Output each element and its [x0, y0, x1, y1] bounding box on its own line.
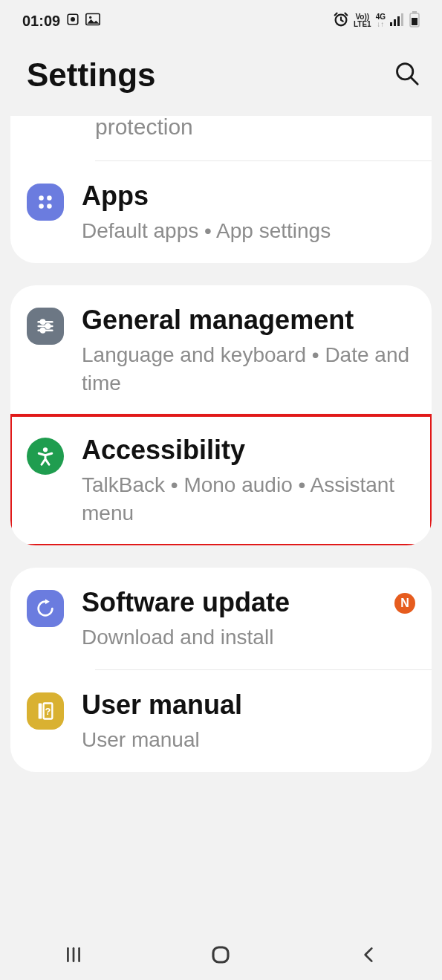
home-icon	[209, 944, 232, 966]
svg-rect-31	[213, 947, 228, 962]
svg-point-15	[47, 195, 51, 201]
item-title: Apps	[82, 179, 415, 212]
battery-icon	[409, 11, 420, 31]
row-content: Accessibility TalkBack • Mono audio • As…	[82, 433, 415, 528]
notification-badge: N	[394, 593, 415, 614]
svg-rect-6	[394, 19, 396, 26]
recents-icon	[64, 945, 83, 964]
clock-small-icon	[66, 13, 79, 30]
volte-indicator: Vo)) LTE1	[354, 13, 371, 28]
svg-point-21	[46, 324, 50, 328]
svg-point-1	[71, 17, 75, 22]
settings-item-accessibility[interactable]: Accessibility TalkBack • Mono audio • As…	[10, 415, 432, 545]
back-icon	[359, 945, 378, 964]
row-content: Software update Download and install	[82, 585, 394, 652]
svg-point-17	[47, 204, 51, 209]
item-subtitle: TalkBack • Mono audio • Assistant menu	[82, 471, 415, 528]
home-button[interactable]	[198, 940, 243, 970]
status-right: Vo)) LTE1 4G ↓↑	[333, 11, 420, 31]
svg-rect-8	[401, 13, 403, 26]
recents-button[interactable]	[51, 940, 96, 970]
svg-point-12	[397, 64, 413, 79]
settings-item-apps[interactable]: Apps Default apps • App settings	[10, 161, 432, 263]
navigation-bar	[0, 929, 442, 980]
item-subtitle: User manual	[82, 726, 415, 754]
svg-point-19	[41, 319, 45, 323]
alarm-icon	[333, 11, 349, 31]
page-title: Settings	[27, 56, 156, 94]
item-subtitle: Download and install	[82, 623, 394, 652]
svg-point-24	[43, 448, 48, 452]
settings-card-3: Software update Download and install N ?…	[10, 568, 432, 772]
svg-point-23	[41, 328, 45, 332]
item-subtitle: Language and keyboard • Date and time	[82, 341, 415, 397]
accessibility-icon	[27, 438, 64, 475]
settings-item-software-update[interactable]: Software update Download and install N	[10, 568, 432, 669]
back-button[interactable]	[346, 940, 391, 970]
svg-rect-25	[39, 703, 42, 718]
svg-line-13	[412, 78, 418, 85]
svg-point-14	[39, 195, 44, 201]
item-title: User manual	[82, 688, 415, 721]
settings-card-2: General management Language and keyboard…	[10, 285, 432, 545]
row-content: General management Language and keyboard…	[82, 303, 415, 397]
update-icon	[27, 590, 64, 627]
status-bar: 01:09 Vo)) LTE1 4G ↓↑	[0, 0, 442, 34]
settings-item-user-manual[interactable]: ? User manual User manual	[10, 670, 432, 772]
svg-rect-11	[412, 18, 417, 25]
search-button[interactable]	[394, 61, 420, 89]
item-title: Software update	[82, 585, 394, 619]
apps-icon	[27, 184, 64, 221]
network-gen-indicator: 4G ↓↑	[376, 13, 386, 28]
manual-icon: ?	[27, 692, 64, 730]
svg-rect-7	[397, 16, 400, 26]
status-left: 01:09	[22, 13, 100, 30]
search-icon	[394, 61, 420, 86]
page-header: Settings	[0, 34, 442, 116]
signal-icon	[390, 13, 405, 30]
row-content: Apps Default apps • App settings	[82, 179, 415, 245]
svg-point-3	[89, 16, 91, 18]
item-subtitle: Default apps • App settings	[82, 217, 415, 245]
item-title: Accessibility	[82, 433, 415, 467]
image-icon	[85, 13, 100, 30]
svg-text:?: ?	[45, 705, 51, 716]
svg-point-16	[39, 204, 44, 209]
row-content: User manual User manual	[82, 688, 415, 754]
settings-item-general-management[interactable]: General management Language and keyboard…	[10, 285, 432, 415]
partial-row-protection[interactable]: protection	[10, 116, 432, 160]
item-title: General management	[82, 303, 415, 337]
status-time: 01:09	[22, 13, 60, 30]
svg-rect-5	[390, 22, 392, 26]
sliders-icon	[27, 308, 64, 345]
settings-card-1: protection Apps Default apps • App setti…	[10, 116, 432, 263]
